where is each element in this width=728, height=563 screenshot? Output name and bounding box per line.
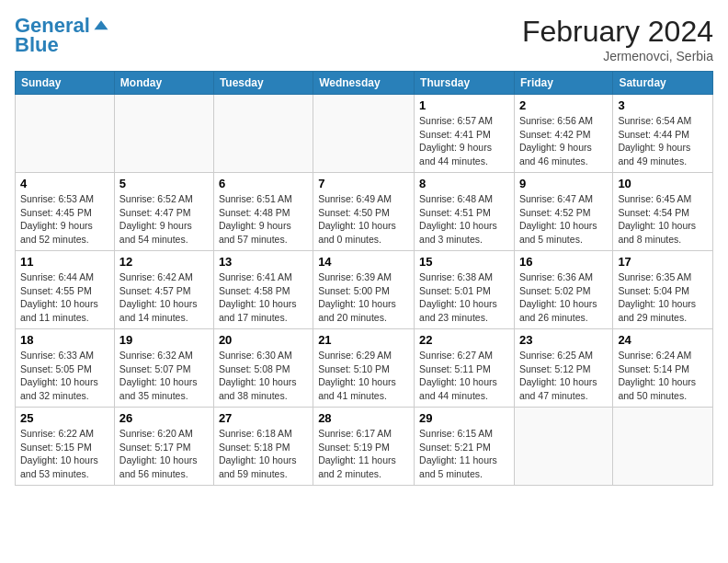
week-row-2: 4Sunrise: 6:53 AMSunset: 4:45 PMDaylight…	[16, 173, 713, 251]
calendar-cell: 5Sunrise: 6:52 AMSunset: 4:47 PMDaylight…	[114, 173, 213, 251]
day-number: 25	[20, 411, 109, 425]
day-number: 9	[519, 177, 608, 190]
day-number: 11	[20, 255, 109, 269]
week-row-5: 25Sunrise: 6:22 AMSunset: 5:15 PMDayligh…	[16, 408, 713, 486]
calendar-cell: 23Sunrise: 6:25 AMSunset: 5:12 PMDayligh…	[514, 329, 612, 408]
calendar-cell: 24Sunrise: 6:24 AMSunset: 5:14 PMDayligh…	[613, 329, 713, 408]
calendar-cell: 7Sunrise: 6:49 AMSunset: 4:50 PMDaylight…	[313, 173, 415, 251]
weekday-header-wednesday: Wednesday	[313, 72, 415, 95]
day-number: 23	[519, 333, 608, 347]
day-info: Sunrise: 6:32 AMSunset: 5:07 PMDaylight:…	[119, 349, 209, 403]
calendar-cell: 9Sunrise: 6:47 AMSunset: 4:52 PMDaylight…	[514, 173, 612, 251]
weekday-header-thursday: Thursday	[415, 72, 515, 95]
day-number: 18	[20, 333, 109, 347]
day-number: 1	[419, 98, 509, 112]
day-number: 7	[318, 177, 409, 190]
day-info: Sunrise: 6:17 AMSunset: 5:19 PMDaylight:…	[318, 427, 409, 481]
day-info: Sunrise: 6:54 AMSunset: 4:44 PMDaylight:…	[618, 114, 708, 168]
calendar-cell: 3Sunrise: 6:54 AMSunset: 4:44 PMDaylight…	[613, 95, 713, 173]
week-row-4: 18Sunrise: 6:33 AMSunset: 5:05 PMDayligh…	[16, 329, 713, 408]
calendar-cell: 12Sunrise: 6:42 AMSunset: 4:57 PMDayligh…	[114, 251, 213, 329]
day-number: 4	[20, 177, 109, 190]
logo: General Blue	[15, 15, 110, 57]
day-info: Sunrise: 6:22 AMSunset: 5:15 PMDaylight:…	[20, 427, 109, 481]
day-info: Sunrise: 6:51 AMSunset: 4:48 PMDaylight:…	[219, 192, 308, 247]
calendar-cell: 16Sunrise: 6:36 AMSunset: 5:02 PMDayligh…	[514, 251, 612, 329]
calendar-cell: 13Sunrise: 6:41 AMSunset: 4:58 PMDayligh…	[213, 251, 313, 329]
day-number: 14	[318, 255, 409, 269]
calendar-cell: 21Sunrise: 6:29 AMSunset: 5:10 PMDayligh…	[313, 329, 415, 408]
calendar-table: SundayMondayTuesdayWednesdayThursdayFrid…	[15, 71, 713, 486]
calendar-cell: 2Sunrise: 6:56 AMSunset: 4:42 PMDaylight…	[514, 95, 612, 173]
calendar-cell: 10Sunrise: 6:45 AMSunset: 4:54 PMDayligh…	[613, 173, 713, 251]
day-info: Sunrise: 6:56 AMSunset: 4:42 PMDaylight:…	[519, 114, 608, 168]
day-info: Sunrise: 6:18 AMSunset: 5:18 PMDaylight:…	[219, 427, 308, 481]
day-info: Sunrise: 6:35 AMSunset: 5:04 PMDaylight:…	[618, 270, 708, 325]
day-info: Sunrise: 6:53 AMSunset: 4:45 PMDaylight:…	[20, 192, 109, 247]
month-title: February 2024	[522, 15, 713, 49]
week-row-1: 1Sunrise: 6:57 AMSunset: 4:41 PMDaylight…	[16, 95, 713, 173]
day-number: 27	[219, 411, 308, 425]
calendar-cell: 17Sunrise: 6:35 AMSunset: 5:04 PMDayligh…	[613, 251, 713, 329]
weekday-header-sunday: Sunday	[16, 72, 115, 95]
calendar-cell	[114, 95, 213, 173]
day-info: Sunrise: 6:49 AMSunset: 4:50 PMDaylight:…	[318, 192, 409, 247]
day-info: Sunrise: 6:44 AMSunset: 4:55 PMDaylight:…	[20, 270, 109, 325]
day-info: Sunrise: 6:41 AMSunset: 4:58 PMDaylight:…	[219, 270, 308, 325]
weekday-header-row: SundayMondayTuesdayWednesdayThursdayFrid…	[16, 72, 713, 95]
calendar-cell	[613, 408, 713, 486]
location: Jermenovci, Serbia	[522, 49, 713, 63]
day-info: Sunrise: 6:30 AMSunset: 5:08 PMDaylight:…	[219, 349, 308, 403]
title-block: February 2024 Jermenovci, Serbia	[522, 15, 713, 63]
calendar-cell: 18Sunrise: 6:33 AMSunset: 5:05 PMDayligh…	[16, 329, 115, 408]
day-number: 12	[119, 255, 209, 269]
day-number: 13	[219, 255, 308, 269]
day-number: 5	[119, 177, 209, 190]
day-info: Sunrise: 6:29 AMSunset: 5:10 PMDaylight:…	[318, 349, 409, 403]
weekday-header-tuesday: Tuesday	[213, 72, 313, 95]
calendar-cell: 22Sunrise: 6:27 AMSunset: 5:11 PMDayligh…	[415, 329, 515, 408]
day-info: Sunrise: 6:47 AMSunset: 4:52 PMDaylight:…	[519, 192, 608, 247]
calendar-cell: 29Sunrise: 6:15 AMSunset: 5:21 PMDayligh…	[415, 408, 515, 486]
calendar-cell: 1Sunrise: 6:57 AMSunset: 4:41 PMDaylight…	[415, 95, 515, 173]
day-info: Sunrise: 6:20 AMSunset: 5:17 PMDaylight:…	[119, 427, 209, 481]
calendar-cell	[313, 95, 415, 173]
day-number: 28	[318, 411, 409, 425]
day-info: Sunrise: 6:39 AMSunset: 5:00 PMDaylight:…	[318, 270, 409, 325]
day-number: 17	[618, 255, 708, 269]
day-number: 6	[219, 177, 308, 190]
calendar-cell: 6Sunrise: 6:51 AMSunset: 4:48 PMDaylight…	[213, 173, 313, 251]
day-info: Sunrise: 6:42 AMSunset: 4:57 PMDaylight:…	[119, 270, 209, 325]
day-info: Sunrise: 6:15 AMSunset: 5:21 PMDaylight:…	[419, 427, 509, 481]
calendar-cell	[16, 95, 115, 173]
day-info: Sunrise: 6:38 AMSunset: 5:01 PMDaylight:…	[419, 270, 509, 325]
logo-icon	[92, 17, 110, 35]
day-info: Sunrise: 6:45 AMSunset: 4:54 PMDaylight:…	[618, 192, 708, 247]
calendar-cell	[514, 408, 612, 486]
day-info: Sunrise: 6:36 AMSunset: 5:02 PMDaylight:…	[519, 270, 608, 325]
day-number: 19	[119, 333, 209, 347]
day-info: Sunrise: 6:48 AMSunset: 4:51 PMDaylight:…	[419, 192, 509, 247]
day-info: Sunrise: 6:24 AMSunset: 5:14 PMDaylight:…	[618, 349, 708, 403]
calendar-cell: 14Sunrise: 6:39 AMSunset: 5:00 PMDayligh…	[313, 251, 415, 329]
day-number: 3	[618, 98, 708, 112]
day-info: Sunrise: 6:33 AMSunset: 5:05 PMDaylight:…	[20, 349, 109, 403]
day-number: 22	[419, 333, 509, 347]
day-number: 2	[519, 98, 608, 112]
day-number: 15	[419, 255, 509, 269]
weekday-header-monday: Monday	[114, 72, 213, 95]
weekday-header-friday: Friday	[514, 72, 612, 95]
day-info: Sunrise: 6:57 AMSunset: 4:41 PMDaylight:…	[419, 114, 509, 168]
calendar-cell: 15Sunrise: 6:38 AMSunset: 5:01 PMDayligh…	[415, 251, 515, 329]
day-info: Sunrise: 6:52 AMSunset: 4:47 PMDaylight:…	[119, 192, 209, 247]
day-number: 8	[419, 177, 509, 190]
calendar-cell: 8Sunrise: 6:48 AMSunset: 4:51 PMDaylight…	[415, 173, 515, 251]
calendar-cell: 25Sunrise: 6:22 AMSunset: 5:15 PMDayligh…	[16, 408, 115, 486]
calendar-cell	[213, 95, 313, 173]
day-number: 26	[119, 411, 209, 425]
day-info: Sunrise: 6:25 AMSunset: 5:12 PMDaylight:…	[519, 349, 608, 403]
page-header: General Blue February 2024 Jermenovci, S…	[15, 15, 713, 63]
day-number: 16	[519, 255, 608, 269]
calendar-cell: 26Sunrise: 6:20 AMSunset: 5:17 PMDayligh…	[114, 408, 213, 486]
calendar-cell: 27Sunrise: 6:18 AMSunset: 5:18 PMDayligh…	[213, 408, 313, 486]
